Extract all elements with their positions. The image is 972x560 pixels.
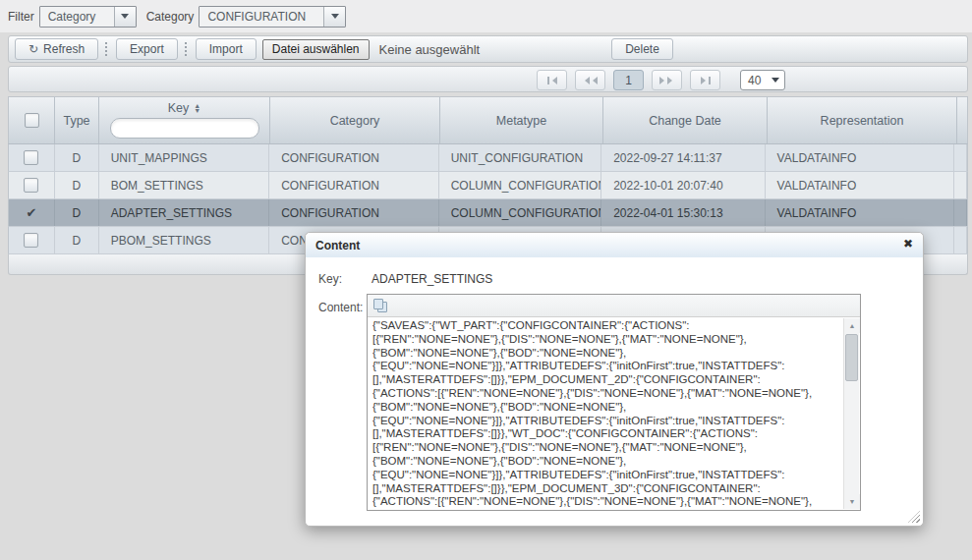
import-button-label: Import xyxy=(209,42,243,56)
row-checkbox[interactable] xyxy=(24,233,38,248)
cell-category: CONFIGURATION xyxy=(269,199,438,226)
dialog-content-label: Content: xyxy=(318,301,363,314)
cell-category: CONFIGURATION xyxy=(269,144,438,171)
resize-grip-icon[interactable] xyxy=(908,511,920,523)
toolbar-separator xyxy=(185,42,189,56)
row-select-cell xyxy=(9,227,55,253)
cell-type: D xyxy=(55,144,99,171)
cell-spacer xyxy=(954,144,967,171)
cell-category: CONFIGURATION xyxy=(269,172,438,198)
dialog-title: Content xyxy=(315,239,360,252)
content-box-body: {"SAVEAS":{"WT_PART":{"CONFIGCONTAINER":… xyxy=(368,317,860,510)
dialog-key-label: Key: xyxy=(318,272,342,286)
scroll-up-icon[interactable]: ▲ xyxy=(844,318,860,333)
toolbar: ↻ Refresh Export Import Datei auswählen … xyxy=(8,35,968,63)
current-page-button[interactable]: 1 xyxy=(613,70,644,90)
category-dropdown-button[interactable] xyxy=(323,7,345,27)
file-choose-button-label: Datei auswählen xyxy=(272,42,360,56)
cell-type: D xyxy=(55,227,99,253)
row-select-cell xyxy=(9,144,55,171)
row-checkbox[interactable] xyxy=(24,150,38,165)
filter-type-value: Category xyxy=(40,7,114,27)
file-choose-button[interactable]: Datei auswählen xyxy=(262,39,370,60)
column-header-spacer xyxy=(957,97,967,143)
refresh-button[interactable]: ↻ Refresh xyxy=(15,38,98,60)
row-checkbox[interactable] xyxy=(24,178,38,193)
page-size-select[interactable]: 40 xyxy=(740,70,785,90)
current-page-number: 1 xyxy=(625,74,632,87)
filter-label: Filter xyxy=(8,10,34,24)
content-text[interactable]: {"SAVEAS":{"WT_PART":{"CONFIGCONTAINER":… xyxy=(372,319,842,508)
cell-key: ADAPTER_SETTINGS xyxy=(99,199,269,226)
key-filter-input[interactable] xyxy=(110,118,259,139)
cell-type: D xyxy=(55,199,99,226)
dialog-key-value: ADAPTER_SETTINGS xyxy=(372,272,492,286)
cell-spacer xyxy=(954,227,967,253)
next-page-button[interactable] xyxy=(652,70,682,90)
sort-icon[interactable]: ▲ ▼ xyxy=(194,103,200,113)
cell-representation: VALDATAINFO xyxy=(766,199,954,226)
scroll-down-icon[interactable]: ▼ xyxy=(844,494,860,509)
vertical-scrollbar[interactable]: ▲ ▼ xyxy=(843,318,859,509)
cell-metatype: COLUMN_CONFIGURATION xyxy=(439,172,601,198)
chevron-down-icon xyxy=(772,78,779,86)
import-button[interactable]: Import xyxy=(196,38,257,60)
column-header-change-date: Change Date xyxy=(603,97,768,143)
cell-metatype: COLUMN_CONFIGURATION xyxy=(439,199,601,226)
page-size-value: 40 xyxy=(741,74,772,87)
cell-spacer xyxy=(954,172,967,198)
cell-key: PBOM_SETTINGS xyxy=(99,227,269,253)
content-dialog: Content ✖ Key: ADAPTER_SETTINGS Content:… xyxy=(305,232,924,527)
table-header: Type Key ▲ ▼ Category Metatype Change Da… xyxy=(8,96,968,144)
filter-type-dropdown-button[interactable] xyxy=(114,7,136,27)
refresh-icon: ↻ xyxy=(29,43,38,55)
cell-change-date: 2022-04-01 15:30:13 xyxy=(601,199,765,226)
cell-metatype: UNIT_CONFIGURATION xyxy=(439,144,601,171)
cell-key: UNIT_MAPPINGS xyxy=(99,144,269,171)
cell-change-date: 2022-10-01 20:07:40 xyxy=(601,172,765,198)
chevron-down-icon xyxy=(331,14,339,23)
cell-type: D xyxy=(55,172,99,198)
export-button-label: Export xyxy=(130,42,164,56)
column-header-type: Type xyxy=(55,97,99,143)
cell-representation: VALDATAINFO xyxy=(766,144,954,171)
scrollbar-thumb[interactable] xyxy=(845,334,858,381)
file-status-text: Keine ausgewählt xyxy=(379,42,481,57)
delete-button-label: Delete xyxy=(625,42,659,56)
cell-change-date: 2022-09-27 14:11:37 xyxy=(601,144,765,171)
column-header-category: Category xyxy=(270,97,440,143)
category-dropdown[interactable]: CONFIGURATION xyxy=(199,6,346,28)
paginator: 1 40 xyxy=(8,66,968,92)
previous-page-button[interactable] xyxy=(575,70,605,90)
content-box: {"SAVEAS":{"WT_PART":{"CONFIGCONTAINER":… xyxy=(367,294,861,511)
export-button[interactable]: Export xyxy=(116,38,178,60)
filter-type-dropdown[interactable]: Category xyxy=(39,6,137,28)
check-icon[interactable]: ✔ xyxy=(26,205,36,220)
last-page-button[interactable] xyxy=(690,70,720,90)
table-row[interactable]: D BOM_SETTINGS CONFIGURATION COLUMN_CONF… xyxy=(8,172,968,199)
first-page-button[interactable] xyxy=(537,70,567,90)
cell-representation: VALDATAINFO xyxy=(766,172,954,198)
column-header-key-label: Key xyxy=(168,101,190,115)
category-value: CONFIGURATION xyxy=(200,7,323,27)
row-select-cell: ✔ xyxy=(9,199,55,226)
row-select-cell xyxy=(9,172,55,198)
copy-icon[interactable] xyxy=(373,299,388,312)
column-header-key[interactable]: Key ▲ ▼ xyxy=(99,97,270,143)
table-row-selected[interactable]: ✔ D ADAPTER_SETTINGS CONFIGURATION COLUM… xyxy=(8,199,968,227)
select-all-cell xyxy=(9,97,55,143)
table-row[interactable]: D UNIT_MAPPINGS CONFIGURATION UNIT_CONFI… xyxy=(8,144,968,172)
content-box-toolbar xyxy=(368,295,860,317)
select-all-checkbox[interactable] xyxy=(25,113,39,128)
column-header-representation: Representation xyxy=(768,97,957,143)
column-header-metatype: Metatype xyxy=(440,97,603,143)
filter-bar: Filter Category Category CONFIGURATION xyxy=(0,0,972,32)
application-window: Filter Category Category CONFIGURATION ↻… xyxy=(0,0,972,560)
cell-key: BOM_SETTINGS xyxy=(99,172,269,198)
category-label: Category xyxy=(146,10,195,24)
chevron-down-icon xyxy=(121,14,129,23)
close-icon[interactable]: ✖ xyxy=(903,238,913,250)
dialog-title-bar[interactable]: Content xyxy=(306,233,923,257)
cell-spacer xyxy=(954,199,967,226)
delete-button[interactable]: Delete xyxy=(611,38,673,60)
